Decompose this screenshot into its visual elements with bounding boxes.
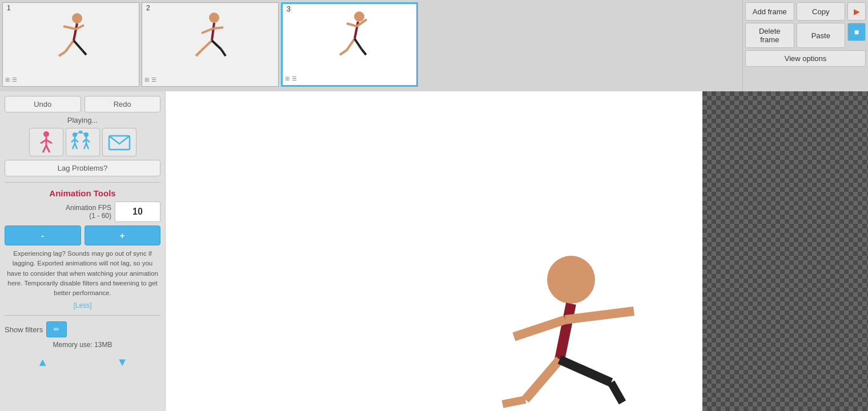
- svg-line-18: [347, 23, 357, 26]
- canvas-dark-area: [702, 91, 868, 411]
- svg-point-8: [209, 13, 219, 23]
- svg-line-15: [221, 49, 226, 56]
- fps-minus-button[interactable]: -: [5, 225, 81, 245]
- frame-canvas-3: [283, 4, 416, 71]
- divider-2: [5, 315, 160, 316]
- pencil-icon: ✏: [54, 325, 59, 333]
- message-icon: [108, 134, 131, 151]
- fps-plus-button[interactable]: +: [85, 225, 161, 245]
- main-canvas[interactable]: [166, 91, 702, 411]
- svg-line-49: [565, 311, 634, 320]
- fps-value-display: 10: [115, 202, 160, 222]
- svg-line-5: [74, 41, 82, 50]
- canvas-area: [166, 91, 868, 411]
- right-panel: Add frame Copy ▶ Delete frame Paste ■ Vi…: [742, 0, 868, 91]
- svg-point-24: [43, 131, 49, 137]
- svg-point-44: [79, 131, 82, 134]
- play-icon-button[interactable]: ▶: [847, 2, 866, 21]
- stick-figure-pink-icon: [37, 131, 55, 154]
- redo-button[interactable]: Redo: [85, 96, 161, 112]
- frame-figure-3: [329, 9, 369, 66]
- multi-figure-icon: [69, 131, 97, 154]
- filters-button[interactable]: ✏: [46, 321, 67, 337]
- svg-line-12: [202, 41, 212, 50]
- frame-icon-2b: ☰: [151, 76, 156, 83]
- top-buttons-row: Add frame Copy ▶: [745, 2, 866, 21]
- frame-canvas-2: [142, 3, 278, 72]
- memory-down-button[interactable]: [85, 352, 161, 372]
- frame-card-2[interactable]: 2: [142, 2, 279, 87]
- svg-line-17: [355, 22, 358, 39]
- frame-icon-3a: ⊞: [285, 75, 290, 82]
- view-options-button[interactable]: View options: [745, 50, 866, 67]
- svg-line-13: [212, 41, 221, 49]
- message-tool-button[interactable]: [102, 128, 136, 156]
- frame-card-3[interactable]: 3: [281, 2, 418, 87]
- fps-label: Animation FPS (1 - 60): [5, 204, 111, 220]
- svg-line-53: [503, 400, 525, 404]
- arrow-down-icon: [116, 356, 128, 369]
- frame-card-1[interactable]: 1: [2, 2, 139, 87]
- divider-1: [5, 182, 160, 183]
- svg-line-41: [86, 143, 89, 149]
- frame-number-3: 3: [285, 5, 292, 13]
- undo-redo-row: Undo Redo: [5, 96, 160, 112]
- svg-line-29: [46, 146, 50, 152]
- multi-figure-tool-button[interactable]: [66, 128, 100, 156]
- fps-row: Animation FPS (1 - 60) 10: [5, 202, 160, 222]
- svg-line-52: [611, 382, 622, 402]
- svg-line-35: [75, 143, 77, 149]
- stick-figure-tool-button[interactable]: [29, 128, 63, 156]
- svg-line-21: [355, 39, 361, 49]
- less-link[interactable]: [Less]: [5, 301, 160, 309]
- lag-problems-button[interactable]: Lag Problems?: [5, 160, 160, 176]
- svg-line-4: [65, 41, 74, 52]
- svg-point-16: [354, 11, 364, 22]
- frame-icon-2a: ⊞: [144, 76, 149, 83]
- animation-tools-title: Animation Tools: [5, 188, 160, 198]
- copy-button[interactable]: Copy: [797, 2, 846, 21]
- svg-line-7: [82, 50, 86, 55]
- frame-figure-1: [51, 9, 91, 66]
- svg-line-11: [213, 27, 223, 29]
- arrow-up-icon: [37, 356, 49, 369]
- fps-buttons-row: - +: [5, 225, 160, 245]
- svg-line-10: [202, 29, 213, 33]
- add-frame-button[interactable]: Add frame: [745, 2, 794, 21]
- svg-point-0: [72, 13, 82, 23]
- svg-line-50: [525, 360, 560, 400]
- square-icon-button[interactable]: ■: [847, 23, 866, 41]
- svg-line-47: [560, 304, 571, 360]
- square-icon: ■: [854, 27, 859, 37]
- playing-status: Playing...: [5, 116, 160, 124]
- frame-number-2: 2: [144, 4, 152, 12]
- svg-line-14: [196, 50, 202, 56]
- play-icon: ▶: [854, 7, 860, 16]
- lag-info-text: Experiencing lag? Sounds may go out of s…: [5, 249, 160, 298]
- memory-up-button[interactable]: [5, 352, 81, 372]
- frame-icon-3b: ☰: [292, 75, 297, 82]
- delete-frame-button[interactable]: Delete frame: [745, 23, 794, 48]
- frame-figure-2: [190, 9, 230, 66]
- svg-line-1: [74, 23, 77, 41]
- undo-button[interactable]: Undo: [5, 96, 81, 112]
- main-figure-svg: [166, 91, 702, 411]
- svg-line-23: [361, 49, 366, 55]
- svg-line-48: [514, 320, 565, 337]
- svg-line-20: [347, 39, 355, 50]
- frame-number-1: 1: [5, 4, 13, 12]
- svg-line-51: [560, 360, 611, 382]
- main-area: Undo Redo Playing...: [0, 91, 868, 411]
- svg-line-9: [212, 23, 214, 41]
- svg-line-2: [63, 26, 76, 29]
- bottom-buttons-row: Delete frame Paste ■: [745, 23, 866, 48]
- memory-arrows-row: [5, 352, 160, 372]
- svg-line-22: [340, 50, 347, 55]
- paste-button[interactable]: Paste: [797, 23, 846, 48]
- svg-line-28: [43, 146, 46, 152]
- frame-footer-1: ⊞ ☰: [3, 72, 139, 86]
- frames-area: 1: [0, 0, 742, 91]
- frame-footer-2: ⊞ ☰: [142, 72, 278, 86]
- frame-icon-1a: ⊞: [5, 76, 10, 83]
- svg-point-46: [547, 256, 595, 304]
